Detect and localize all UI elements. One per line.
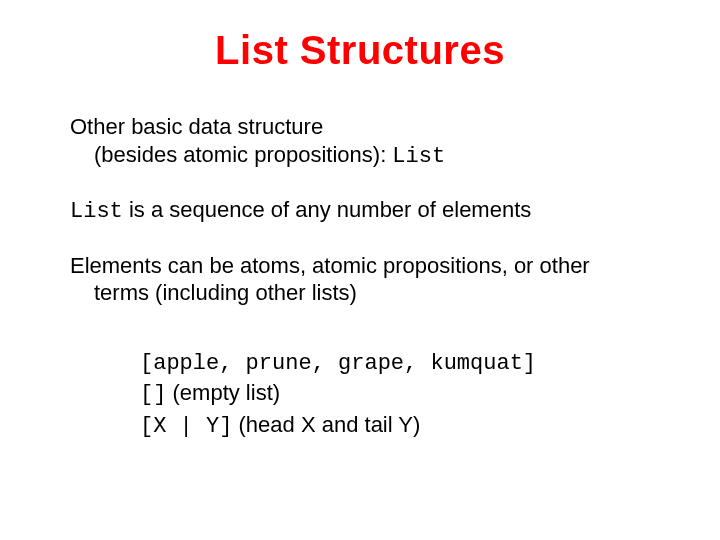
example-1-code: [apple, prune, grape, kumquat] [140, 351, 536, 376]
example-2: [] (empty list) [140, 378, 650, 410]
slide: List Structures Other basic data structu… [0, 0, 720, 540]
example-3-code: [X | Y] [140, 414, 232, 439]
para1-line1: Other basic data structure [70, 114, 323, 139]
example-1: [apple, prune, grape, kumquat] [140, 347, 650, 379]
para2-code-list: List [70, 199, 123, 224]
paragraph-2: List is a sequence of any number of elem… [70, 196, 650, 226]
example-2-code: [] [140, 382, 166, 407]
paragraph-3: Elements can be atoms, atomic propositio… [70, 252, 650, 307]
examples-block: [apple, prune, grape, kumquat] [] (empty… [140, 347, 650, 442]
example-3-note: (head X and tail Y) [232, 412, 420, 437]
example-3: [X | Y] (head X and tail Y) [140, 410, 650, 442]
example-2-note: (empty list) [166, 380, 280, 405]
slide-title: List Structures [70, 28, 650, 73]
paragraph-1: Other basic data structure (besides atom… [70, 113, 650, 170]
para2-rest: is a sequence of any number of elements [123, 197, 531, 222]
para1-line2-text: (besides atomic propositions): [94, 142, 392, 167]
para1-code-list: List [392, 144, 445, 169]
